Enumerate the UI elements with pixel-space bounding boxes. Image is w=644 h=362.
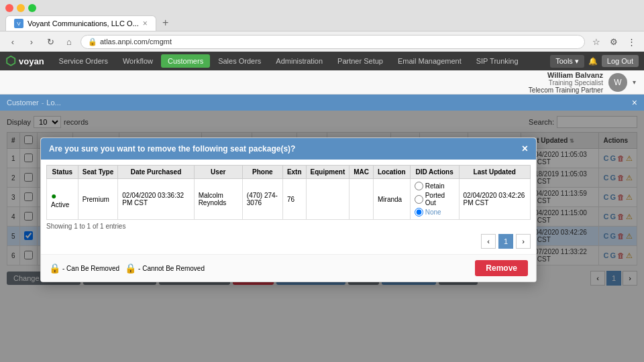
modal-row-date-purchased: 02/04/2020 03:36:32 PM CST <box>118 179 194 220</box>
breadcrumb-lo[interactable]: Lo... <box>46 99 60 107</box>
nav-sip-trunking[interactable]: SIP Trunking <box>470 54 525 68</box>
nav-customers[interactable]: Customers <box>161 54 210 68</box>
tab-close-button[interactable]: × <box>143 19 148 28</box>
content-area: Display 10 25 50 records Search: # Statu… <box>0 111 644 362</box>
modal-pagination-prev[interactable]: ‹ <box>481 234 496 249</box>
modal-col-did-actions: DID Actions <box>410 166 459 179</box>
legend: 🔒 - Can Be Removed 🔒 - Cannot Be Removed <box>49 263 205 274</box>
modal-row-last-updated: 02/04/2020 03:42:26 PM CST <box>459 179 531 220</box>
logo-text: voyan <box>19 56 44 66</box>
modal-row-mac <box>350 179 374 220</box>
modal-row-location: Miranda <box>374 179 411 220</box>
address-bar[interactable]: 🔒 atlas.anpi.com/cmgmt <box>80 35 585 49</box>
app-logo: ⬡ voyan <box>5 54 44 68</box>
modal-remove-button[interactable]: Remove <box>475 260 528 276</box>
back-button[interactable]: ‹ <box>5 34 20 49</box>
modal-title: Are you sure you want to remove the foll… <box>49 144 295 154</box>
tab-favicon: V <box>14 19 23 28</box>
modal-row-equipment <box>306 179 350 220</box>
user-info: William Balvanz Training Specialist Tele… <box>529 71 603 94</box>
modal-pagination-page[interactable]: 1 <box>498 234 513 249</box>
tools-button[interactable]: Tools ▾ <box>550 55 584 68</box>
radio-ported-out[interactable]: Ported Out <box>415 192 455 206</box>
home-button[interactable]: ⌂ <box>62 34 76 49</box>
user-dropdown-icon[interactable]: ▾ <box>633 78 636 86</box>
modal-footer: 🔒 - Can Be Removed 🔒 - Cannot Be Removed… <box>41 254 536 282</box>
sub-nav-close-button[interactable]: × <box>632 97 637 108</box>
modal-col-mac: MAC <box>350 166 374 179</box>
nav-email-management[interactable]: Email Management <box>391 54 468 68</box>
modal-col-status: Status <box>47 166 78 179</box>
browser-tab[interactable]: V Voyant Communications, LLC O... × <box>5 15 156 31</box>
tab-title: Voyant Communications, LLC O... <box>28 19 139 27</box>
legend-can-label: - Can Be Removed <box>62 265 119 272</box>
nav-sales-orders[interactable]: Sales Orders <box>211 54 268 68</box>
modal-col-location: Location <box>374 166 411 179</box>
cannot-remove-icon: 🔒 <box>125 263 136 274</box>
modal-table: Status Seat Type Date Purchased User Pho… <box>46 165 531 220</box>
modal-col-equipment: Equipment <box>306 166 350 179</box>
traffic-light-yellow[interactable] <box>17 4 25 12</box>
user-role: Training Specialist <box>529 79 603 86</box>
nav-administration[interactable]: Administration <box>269 54 329 68</box>
top-navigation: ⬡ voyan Service Orders Workflow Customer… <box>0 52 644 70</box>
notifications-button[interactable]: 🔔 <box>588 57 598 66</box>
logout-button[interactable]: Log Out <box>602 55 639 67</box>
confirm-remove-modal: Are you sure you want to remove the foll… <box>40 137 537 282</box>
modal-row-user: Malcolm Reynolds <box>194 179 242 220</box>
traffic-light-red[interactable] <box>5 4 13 12</box>
user-company: Telecom Training Partner <box>529 86 603 94</box>
radio-retain[interactable]: Retain <box>415 182 455 190</box>
legend-cannot-remove: 🔒 - Cannot Be Removed <box>125 263 205 274</box>
new-tab-button[interactable]: + <box>158 15 174 31</box>
url-display: atlas.anpi.com/cmgmt <box>100 38 172 46</box>
modal-col-seat-type: Seat Type <box>78 166 118 179</box>
modal-pagination-next[interactable]: › <box>516 234 531 249</box>
menu-icon[interactable]: ⋮ <box>624 34 639 49</box>
extensions-icon[interactable]: ⚙ <box>606 34 621 49</box>
modal-row-did-actions: Retain Ported Out None <box>410 179 459 220</box>
modal-table-row: ● Active Premium 02/04/2020 03:36:32 PM … <box>47 179 531 220</box>
modal-row-seat-type: Premium <box>78 179 118 220</box>
nav-workflow[interactable]: Workflow <box>116 54 160 68</box>
modal-row-extn: 76 <box>282 179 306 220</box>
radio-none[interactable]: None <box>415 208 455 217</box>
legend-cannot-label: - Cannot Be Removed <box>138 265 205 272</box>
modal-col-user: User <box>194 166 242 179</box>
modal-row-phone: (470) 274-3076 <box>242 179 282 220</box>
modal-col-extn: Extn <box>282 166 306 179</box>
nav-partner-setup[interactable]: Partner Setup <box>331 54 390 68</box>
can-remove-icon: 🔒 <box>49 263 60 274</box>
sub-navigation: Customer - Lo... × <box>0 95 644 111</box>
modal-body: Status Seat Type Date Purchased User Pho… <box>41 160 536 254</box>
modal-pagination: ‹ 1 › <box>46 234 531 249</box>
showing-text: Showing 1 to 1 of 1 entries <box>46 223 531 230</box>
legend-can-remove: 🔒 - Can Be Removed <box>49 263 119 274</box>
modal-header: Are you sure you want to remove the foll… <box>41 138 536 160</box>
modal-col-last-updated: Last Updated <box>459 166 531 179</box>
nav-items: Service Orders Workflow Customers Sales … <box>52 54 551 68</box>
breadcrumb-customer[interactable]: Customer <box>7 99 39 107</box>
modal-overlay: Are you sure you want to remove the foll… <box>0 111 644 362</box>
modal-close-button[interactable]: × <box>522 143 528 154</box>
user-avatar: W <box>608 73 627 92</box>
bookmark-icon[interactable]: ☆ <box>589 34 604 49</box>
traffic-light-green[interactable] <box>28 4 36 12</box>
user-name: William Balvanz <box>529 71 603 79</box>
nav-service-orders[interactable]: Service Orders <box>52 54 115 68</box>
modal-col-phone: Phone <box>242 166 282 179</box>
modal-col-date-purchased: Date Purchased <box>118 166 194 179</box>
reload-button[interactable]: ↻ <box>43 34 58 49</box>
forward-button[interactable]: › <box>24 34 39 49</box>
modal-row-status: ● Active <box>47 179 78 220</box>
user-header: William Balvanz Training Specialist Tele… <box>0 70 644 95</box>
